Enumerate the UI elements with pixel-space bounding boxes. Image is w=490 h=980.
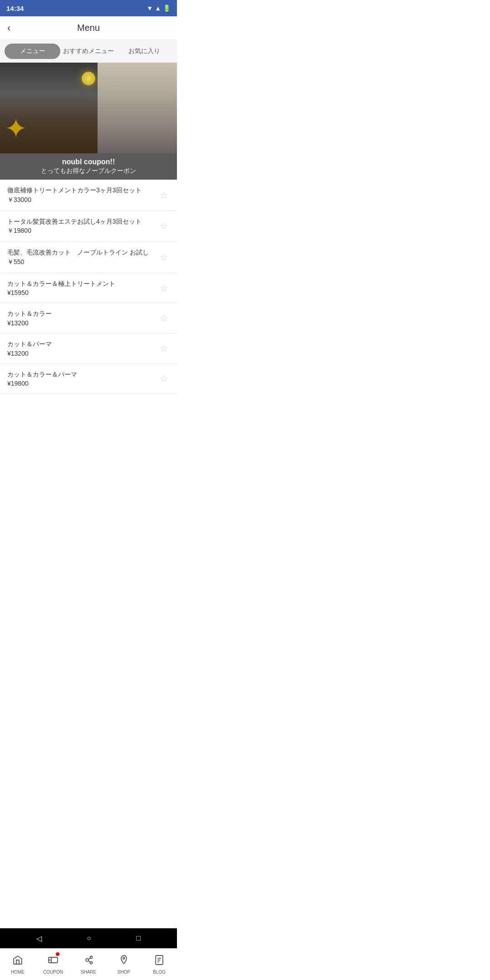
tab-recommended[interactable]: おすすめメニュー bbox=[60, 44, 116, 59]
signal-icon: ▲ bbox=[155, 5, 161, 12]
menu-item-price: ￥33000 bbox=[7, 196, 158, 204]
menu-item-price: ¥13200 bbox=[7, 350, 158, 357]
menu-item-price: ¥19800 bbox=[7, 380, 158, 387]
back-button[interactable]: ‹ bbox=[7, 22, 10, 34]
menu-item-name: トータル髪質改善エステお試し4ヶ月3回セット bbox=[7, 217, 158, 226]
tab-bar: メニュー おすすめメニュー お気に入り bbox=[0, 40, 177, 63]
menu-item-text: カット＆カラー＆極上トリートメント ¥15950 bbox=[7, 279, 158, 297]
banner-right-panel bbox=[98, 63, 177, 153]
status-time: 14:34 bbox=[6, 5, 24, 12]
tab-menu[interactable]: メニュー bbox=[5, 44, 60, 59]
menu-item-name: カット＆カラー＆極上トリートメント bbox=[7, 279, 158, 289]
tab-favorites[interactable]: お気に入り bbox=[117, 44, 172, 59]
wifi-icon: ▼ bbox=[147, 5, 153, 12]
status-bar: 14:34 ▼ ▲ 🔋 bbox=[0, 0, 177, 16]
menu-item-price: ￥19800 bbox=[7, 227, 158, 235]
favorite-button[interactable]: ☆ bbox=[158, 371, 170, 386]
header: ‹ Menu bbox=[0, 16, 177, 40]
menu-item-name: 毛髪、毛流改善カット ノーブルトライン お試し bbox=[7, 248, 158, 257]
menu-item-price: ¥13200 bbox=[7, 319, 158, 327]
favorite-button[interactable]: ☆ bbox=[158, 311, 170, 325]
menu-item[interactable]: カット＆カラー ¥13200 ☆ bbox=[0, 303, 177, 333]
salon-banner: ✦ bbox=[0, 63, 177, 153]
menu-item-name: カット＆カラー＆パーマ bbox=[7, 370, 158, 379]
menu-item-price: ￥550 bbox=[7, 258, 158, 266]
menu-item-text: カット＆カラー ¥13200 bbox=[7, 309, 158, 327]
menu-item[interactable]: カット＆カラー＆パーマ ¥19800 ☆ bbox=[0, 364, 177, 394]
menu-item-text: カット＆カラー＆パーマ ¥19800 bbox=[7, 370, 158, 387]
favorite-button[interactable]: ☆ bbox=[158, 281, 170, 295]
status-icons: ▼ ▲ 🔋 bbox=[147, 5, 171, 12]
favorite-button[interactable]: ☆ bbox=[158, 188, 170, 202]
menu-item[interactable]: トータル髪質改善エステお試し4ヶ月3回セット ￥19800 ☆ bbox=[0, 211, 177, 242]
menu-item-name: 徹底補修トリートメントカラー3ヶ月3回セット bbox=[7, 186, 158, 195]
star-decoration: ✦ bbox=[5, 113, 27, 144]
page-title: Menu bbox=[77, 23, 100, 33]
menu-item-text: カット＆パーマ ¥13200 bbox=[7, 340, 158, 357]
coupon-banner: noubl coupon!! とってもお得なノーブルクーポン bbox=[0, 153, 177, 180]
favorite-button[interactable]: ☆ bbox=[158, 219, 170, 233]
menu-item-name: カット＆カラー bbox=[7, 309, 158, 318]
coupon-title: noubl coupon!! bbox=[7, 158, 170, 166]
menu-item-text: 毛髪、毛流改善カット ノーブルトライン お試し ￥550 bbox=[7, 248, 158, 266]
menu-item[interactable]: カット＆パーマ ¥13200 ☆ bbox=[0, 333, 177, 364]
menu-item-price: ¥15950 bbox=[7, 289, 158, 296]
menu-item-text: 徹底補修トリートメントカラー3ヶ月3回セット ￥33000 bbox=[7, 186, 158, 204]
favorite-button[interactable]: ☆ bbox=[158, 250, 170, 265]
menu-list: 徹底補修トリートメントカラー3ヶ月3回セット ￥33000 ☆ トータル髪質改善… bbox=[0, 180, 177, 394]
menu-item-text: トータル髪質改善エステお試し4ヶ月3回セット ￥19800 bbox=[7, 217, 158, 235]
lamp-decoration bbox=[82, 72, 95, 85]
coupon-subtitle: とってもお得なノーブルクーポン bbox=[7, 167, 170, 175]
menu-item-name: カット＆パーマ bbox=[7, 340, 158, 349]
battery-icon: 🔋 bbox=[163, 5, 171, 12]
menu-item[interactable]: 徹底補修トリートメントカラー3ヶ月3回セット ￥33000 ☆ bbox=[0, 180, 177, 211]
menu-item[interactable]: カット＆カラー＆極上トリートメント ¥15950 ☆ bbox=[0, 273, 177, 304]
menu-item[interactable]: 毛髪、毛流改善カット ノーブルトライン お試し ￥550 ☆ bbox=[0, 242, 177, 273]
favorite-button[interactable]: ☆ bbox=[158, 341, 170, 356]
